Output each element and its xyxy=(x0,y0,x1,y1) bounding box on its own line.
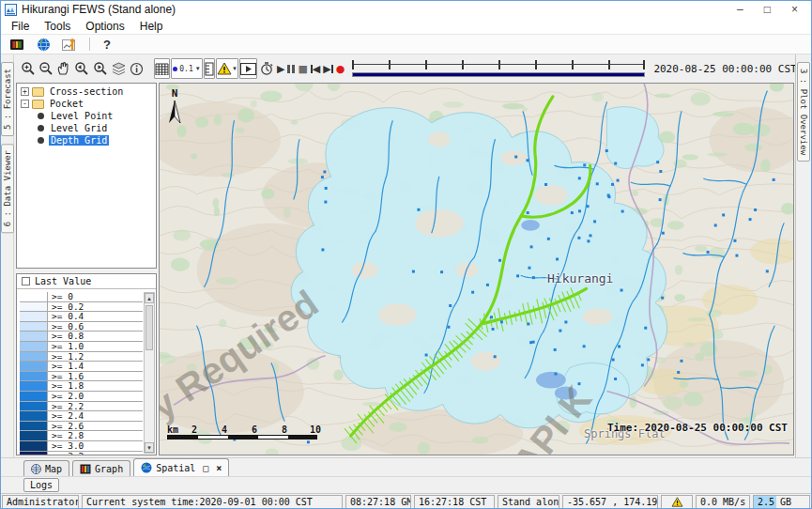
tab-spatial[interactable]: Spatial □ × xyxy=(133,458,229,476)
timeline-ruler xyxy=(352,60,645,69)
warning-dropdown[interactable]: ▼ xyxy=(216,58,238,79)
status-local-time: 16:27:18 CST xyxy=(414,495,495,509)
expander-icon[interactable]: - xyxy=(21,100,29,108)
scroll-down-icon[interactable]: ▼ xyxy=(145,442,154,453)
zoom-out-icon[interactable] xyxy=(38,58,54,79)
close-button[interactable]: × xyxy=(791,3,798,16)
play-button[interactable]: ▶ xyxy=(276,58,285,79)
tab-close-button[interactable]: × xyxy=(216,463,222,473)
left-tab-strip: 5 : Forecast 6 : Data Viewer xyxy=(1,54,14,457)
zoom-in-icon[interactable] xyxy=(20,58,37,79)
zoom-previous-icon[interactable] xyxy=(72,58,90,79)
ruler-toggle-button[interactable] xyxy=(204,58,215,79)
north-arrow: N xyxy=(167,87,182,124)
legend-row: >= 1.0 xyxy=(20,342,143,352)
side-tab-forecast[interactable]: 5 : Forecast xyxy=(1,62,14,136)
expander-icon[interactable]: + xyxy=(21,87,29,96)
legend-table: >= 0 >= 0.2 >= 0.4 >= 0.6 xyxy=(20,292,143,455)
timeline-slider[interactable] xyxy=(352,57,645,80)
menu-bar: File Tools Options Help xyxy=(1,18,811,35)
tree-item-depth-grid[interactable]: Depth Grid xyxy=(17,134,156,147)
interval-value: 0.1 xyxy=(179,65,192,73)
record-button[interactable]: ● xyxy=(335,58,346,79)
legend-row: >= 0 xyxy=(20,292,143,302)
tree-item-pocket[interactable]: - Pocket xyxy=(17,98,156,110)
timeseries-chart-icon[interactable] xyxy=(59,34,80,54)
left-panel: + Cross-section - Pocket Level Point xyxy=(14,83,159,457)
logs-row: Logs xyxy=(1,476,811,493)
folder-icon xyxy=(32,100,44,109)
tree-item-level-grid[interactable]: Level Grid xyxy=(17,122,156,134)
tab-maximize-button[interactable]: □ xyxy=(203,463,208,473)
tree-item-level-point[interactable]: Level Point xyxy=(17,110,156,122)
pan-hand-icon[interactable] xyxy=(55,58,71,79)
tree-item-cross-section[interactable]: + Cross-section xyxy=(17,85,156,98)
interval-dropdown[interactable]: 0.1▼ xyxy=(171,58,203,79)
right-tab-strip: 3 : Plot Overview xyxy=(795,54,811,457)
last-value-label: Last Value xyxy=(35,276,91,286)
legend-color-swatch xyxy=(20,422,48,431)
logs-button[interactable]: Logs xyxy=(23,478,59,492)
skip-end-button[interactable]: ▶ xyxy=(322,58,333,79)
layer-tree: + Cross-section - Pocket Level Point xyxy=(16,83,157,269)
map-globe-icon[interactable] xyxy=(33,34,54,54)
map-canvas[interactable]: N y Required API K Hikurangi Springs Fla… xyxy=(159,83,794,455)
legend-color-swatch xyxy=(20,392,48,401)
application-window: Hikurangi FEWS (Stand alone) – □ × File … xyxy=(0,0,812,509)
timer-icon[interactable] xyxy=(258,58,275,79)
last-value-checkbox[interactable] xyxy=(22,277,30,285)
help-button[interactable]: ? xyxy=(100,38,115,52)
scale-tick: 10 xyxy=(310,424,321,435)
pause-button[interactable] xyxy=(286,58,296,79)
status-bar: Administrator Current system time:2020-0… xyxy=(1,493,811,509)
status-gmt-time: 08:27:18 GMT xyxy=(345,495,411,509)
legend-color-swatch xyxy=(20,402,48,411)
scale-tick: 2 xyxy=(192,424,197,435)
maximize-button[interactable]: □ xyxy=(764,3,771,16)
scale-tick: 8 xyxy=(282,424,287,435)
bullet-icon xyxy=(38,137,44,144)
menu-help[interactable]: Help xyxy=(133,19,170,34)
layers-icon[interactable] xyxy=(110,58,128,79)
status-warning-icon[interactable] xyxy=(661,495,693,509)
animation-panel-button[interactable] xyxy=(239,58,257,79)
legend-color-swatch xyxy=(20,352,48,362)
grid-toggle-button[interactable] xyxy=(154,58,170,79)
legend-color-swatch xyxy=(20,332,48,341)
timeline-progress-bar xyxy=(352,72,645,77)
database-icon[interactable] xyxy=(7,34,27,54)
bullet-icon xyxy=(38,125,44,131)
status-system-time: Current system time:2020-09-01 00:00 CST xyxy=(82,495,343,509)
bar-chart-icon xyxy=(80,464,91,474)
zoom-next-icon[interactable] xyxy=(91,58,109,79)
legend-color-swatch xyxy=(20,292,48,301)
window-title: Hikurangi FEWS (Stand alone) xyxy=(22,3,176,16)
legend-row: >= 3.0 xyxy=(20,441,143,452)
tab-map[interactable]: Map xyxy=(23,460,69,476)
info-icon[interactable] xyxy=(129,58,145,79)
side-tab-plot-overview[interactable]: 3 : Plot Overview xyxy=(797,62,810,162)
interval-dot-icon xyxy=(173,67,177,71)
title-bar: Hikurangi FEWS (Stand alone) – □ × xyxy=(1,1,811,18)
scroll-thumb[interactable] xyxy=(146,305,153,350)
menu-tools[interactable]: Tools xyxy=(38,19,77,34)
status-mode: Stand alone xyxy=(498,495,559,509)
main-area: 5 : Forecast 6 : Data Viewer xyxy=(1,54,811,457)
scale-unit: km xyxy=(167,424,178,435)
side-tab-data-viewer[interactable]: 6 : Data Viewer xyxy=(1,144,14,233)
minimize-button[interactable]: – xyxy=(737,3,743,16)
bullet-icon xyxy=(38,113,44,119)
stop-button[interactable]: ■ xyxy=(297,58,308,79)
menu-options[interactable]: Options xyxy=(79,19,130,34)
tab-graph[interactable]: Graph xyxy=(72,460,130,476)
legend-color-swatch xyxy=(20,431,48,440)
legend-row: >= 2.0 xyxy=(20,392,143,402)
menu-file[interactable]: File xyxy=(5,19,36,34)
legend-color-swatch xyxy=(20,342,48,351)
skip-start-button[interactable]: ◀ xyxy=(310,58,321,79)
legend-color-swatch xyxy=(20,312,48,321)
legend-color-swatch xyxy=(20,452,48,455)
main-toolbar: ? xyxy=(1,35,811,54)
scroll-up-icon[interactable]: ▲ xyxy=(145,293,154,303)
legend-scrollbar[interactable]: ▲ ▼ xyxy=(144,292,155,454)
